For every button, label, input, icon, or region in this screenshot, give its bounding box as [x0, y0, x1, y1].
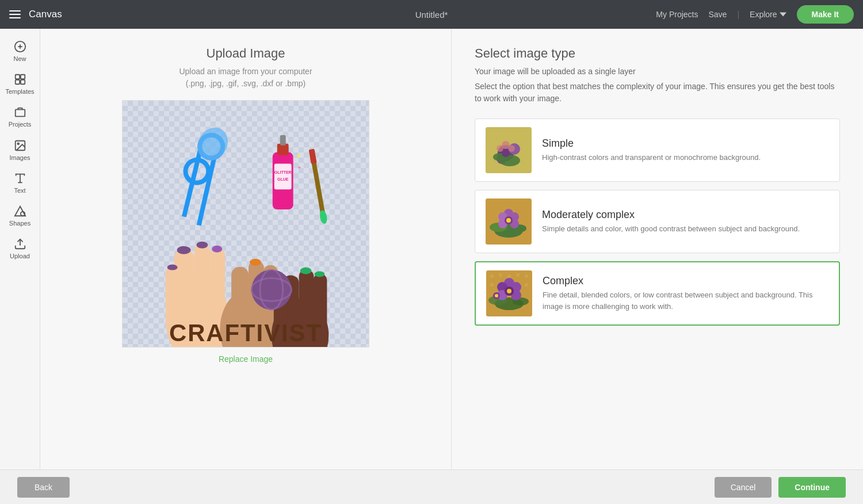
chevron-down-icon	[780, 11, 786, 18]
uploaded-image-svg: GLITTER GLUE ✦ ✦	[123, 101, 369, 347]
sidebar-item-projects[interactable]: Projects	[0, 100, 40, 133]
option-moderate-text: Moderately complex Simple details and co…	[542, 209, 829, 235]
option-simple-name: Simple	[542, 138, 829, 150]
svg-text:✦: ✦	[296, 152, 301, 160]
upload-panel: Upload Image Upload an image from your c…	[40, 29, 452, 469]
text-icon	[14, 172, 26, 185]
explore-dropdown[interactable]: Explore	[750, 10, 786, 19]
svg-rect-5	[15, 80, 19, 84]
svg-point-80	[507, 274, 511, 278]
svg-rect-4	[20, 75, 24, 79]
sidebar-item-new[interactable]: New	[0, 35, 40, 67]
svg-point-32	[250, 259, 261, 266]
projects-icon	[14, 106, 26, 119]
nav-right-actions: My Projects Save | Explore Make It	[656, 5, 854, 24]
svg-point-64	[508, 145, 515, 152]
sidebar-item-projects-label: Projects	[9, 121, 32, 128]
sidebar-item-shapes[interactable]: Shapes	[0, 199, 40, 232]
option-moderate-name: Moderately complex	[542, 209, 829, 221]
explore-label: Explore	[750, 10, 777, 19]
svg-rect-42	[309, 149, 317, 164]
continue-button[interactable]: Continue	[778, 477, 846, 498]
sidebar-item-templates-label: Templates	[5, 88, 34, 96]
option-moderate-thumb	[486, 198, 532, 245]
svg-point-19	[177, 246, 191, 254]
nav-separator: |	[737, 10, 739, 19]
svg-rect-18	[166, 267, 180, 316]
svg-point-21	[212, 246, 222, 253]
select-panel: Select image type Your image will be upl…	[452, 29, 863, 469]
sidebar-item-images-label: Images	[9, 154, 30, 162]
bottom-right-actions: Cancel Continue	[715, 477, 846, 498]
main-layout: New Templates Projects Images	[0, 29, 863, 469]
upload-title: Upload Image	[207, 46, 285, 61]
top-nav: Canvas Untitled* My Projects Save | Expl…	[0, 0, 863, 29]
plus-circle-icon	[14, 40, 26, 53]
svg-point-50	[314, 272, 324, 277]
option-simple-thumb	[486, 127, 532, 173]
sidebar-item-templates[interactable]: Templates	[0, 67, 40, 100]
option-complex-thumb	[486, 270, 532, 316]
image-preview: GLITTER GLUE ✦ ✦	[122, 100, 369, 348]
sidebar-item-new-label: New	[13, 55, 26, 63]
svg-rect-17	[210, 249, 225, 306]
svg-point-79	[499, 273, 502, 277]
svg-point-20	[196, 242, 208, 249]
hamburger-menu[interactable]	[9, 10, 21, 18]
svg-point-81	[516, 273, 520, 277]
svg-point-63	[497, 145, 503, 152]
sidebar-item-text[interactable]: Text	[0, 166, 40, 199]
svg-text:GLITTER: GLITTER	[274, 170, 292, 174]
select-subtitle1: Your image will be uploaded as a single …	[475, 67, 840, 76]
svg-point-85	[525, 283, 528, 287]
option-complex-text: Complex Fine detail, blended colors, or …	[543, 275, 828, 312]
sidebar-item-images[interactable]: Images	[0, 133, 40, 166]
main-content: Upload Image Upload an image from your c…	[40, 29, 863, 469]
svg-point-22	[167, 265, 178, 270]
sidebar-item-upload[interactable]: Upload	[0, 232, 40, 265]
left-sidebar: New Templates Projects Images	[0, 29, 40, 469]
select-subtitle2: Select the option that best matches the …	[475, 81, 840, 105]
option-simple-desc: High-contrast colors and transparent or …	[542, 152, 829, 163]
svg-rect-35	[280, 135, 286, 146]
sidebar-item-text-label: Text	[14, 187, 25, 194]
svg-point-96	[507, 289, 511, 293]
upload-icon	[14, 238, 26, 250]
option-complex-desc: Fine detail, blended colors, or low cont…	[543, 289, 828, 312]
svg-point-9	[17, 143, 19, 144]
my-projects-link[interactable]: My Projects	[656, 10, 698, 19]
svg-rect-7	[15, 110, 25, 117]
sidebar-item-upload-label: Upload	[10, 253, 30, 260]
simple-thumb-image	[486, 127, 532, 173]
svg-point-49	[300, 268, 312, 274]
complex-thumb-image	[486, 270, 532, 316]
option-complex[interactable]: Complex Fine detail, blended colors, or …	[475, 261, 840, 326]
save-link[interactable]: Save	[708, 10, 727, 19]
svg-text:GLUE: GLUE	[277, 177, 289, 181]
option-moderate-desc: Simple details and color, with good cont…	[542, 223, 829, 235]
upload-subtitle: Upload an image from your computer (.png…	[179, 66, 312, 90]
svg-text:✦: ✦	[297, 165, 301, 170]
option-moderate[interactable]: Moderately complex Simple details and co…	[475, 190, 840, 253]
option-complex-name: Complex	[543, 275, 828, 287]
svg-rect-36	[274, 163, 292, 189]
svg-point-82	[525, 274, 528, 278]
option-simple[interactable]: Simple High-contrast colors and transpar…	[475, 119, 840, 182]
svg-point-51	[251, 270, 292, 310]
replace-image-link[interactable]: Replace Image	[219, 354, 273, 364]
app-logo: Canvas	[29, 9, 62, 20]
back-button[interactable]: Back	[17, 477, 70, 498]
shapes-icon	[14, 205, 26, 217]
document-title: Untitled*	[415, 10, 448, 20]
select-title: Select image type	[475, 46, 840, 61]
cancel-button[interactable]: Cancel	[715, 477, 772, 498]
templates-icon	[14, 73, 26, 86]
svg-rect-16	[194, 244, 210, 307]
svg-rect-6	[20, 80, 24, 84]
images-icon	[14, 139, 26, 152]
make-it-button[interactable]: Make It	[797, 5, 854, 24]
bottom-bar: Back Cancel Continue	[0, 469, 863, 504]
svg-text:CRAFTIVIST: CRAFTIVIST	[169, 319, 322, 346]
sidebar-item-shapes-label: Shapes	[9, 220, 30, 227]
svg-point-78	[490, 274, 494, 278]
